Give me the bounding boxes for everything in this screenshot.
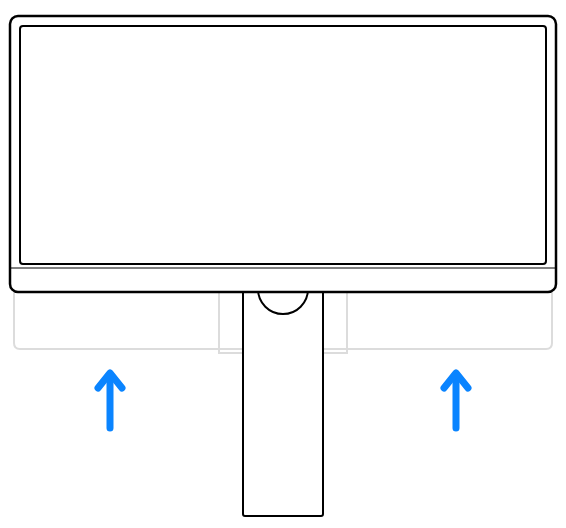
upward-arrow-icon xyxy=(98,373,122,428)
upward-arrow-icon xyxy=(444,373,468,428)
svg-rect-2 xyxy=(20,26,546,264)
monitor-screen xyxy=(20,26,546,264)
stand-column xyxy=(243,288,323,516)
svg-rect-0 xyxy=(243,288,323,516)
monitor-height-diagram xyxy=(0,0,566,528)
